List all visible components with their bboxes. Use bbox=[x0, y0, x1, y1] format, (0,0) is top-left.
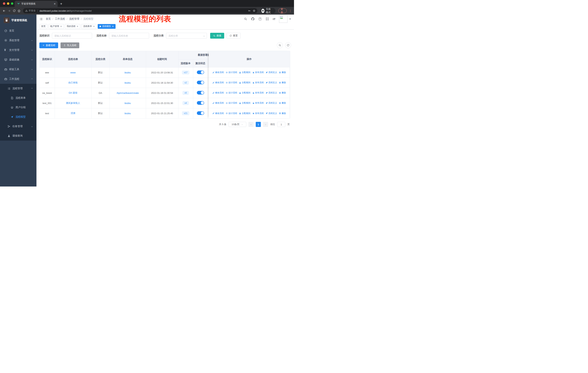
sidebar-item-task-management[interactable]: 任务管理 bbox=[0, 122, 36, 131]
modify-process-link[interactable]: 修改流程 bbox=[212, 71, 224, 74]
close-icon[interactable]: ✕ bbox=[60, 25, 62, 28]
assign-rule-link[interactable]: 分配规则 bbox=[239, 91, 251, 94]
hamburger-icon[interactable] bbox=[39, 17, 43, 21]
modify-process-link[interactable]: 修改流程 bbox=[212, 81, 224, 84]
close-icon[interactable]: ✕ bbox=[77, 25, 78, 28]
macos-window-controls[interactable] bbox=[3, 2, 13, 5]
tag-home[interactable]: 首页 bbox=[39, 24, 47, 29]
close-icon[interactable]: ✕ bbox=[112, 25, 114, 28]
browser-tab[interactable]: 芋道管理系统 ✕ bbox=[15, 1, 58, 7]
close-icon[interactable]: ✕ bbox=[93, 25, 95, 28]
process-definition-link[interactable]: 流程定义 bbox=[266, 101, 277, 105]
breadcrumb-process-management[interactable]: 流程管理 bbox=[69, 17, 79, 20]
process-name-input[interactable] bbox=[109, 33, 149, 39]
process-id-input[interactable] bbox=[52, 33, 92, 39]
publish-process-link[interactable]: 发布流程 bbox=[252, 101, 264, 105]
active-toggle[interactable] bbox=[197, 111, 204, 115]
help-icon[interactable]: ? bbox=[258, 17, 262, 20]
design-process-link[interactable]: 设计流程 bbox=[226, 112, 237, 115]
goto-page-input[interactable] bbox=[277, 122, 285, 127]
active-toggle[interactable] bbox=[197, 101, 204, 105]
publish-process-link[interactable]: 发布流程 bbox=[252, 71, 264, 74]
form-info-link[interactable]: biubiu bbox=[125, 102, 131, 105]
toggle-search-button[interactable] bbox=[277, 42, 283, 48]
sidebar-item-payment[interactable]: ¥ 支付管理 bbox=[0, 45, 36, 55]
process-definition-link[interactable]: 流程定义 bbox=[266, 71, 277, 74]
publish-process-link[interactable]: 发布流程 bbox=[252, 91, 264, 94]
version-badge[interactable]: v17 bbox=[182, 71, 189, 74]
prev-page-button[interactable]: ‹ bbox=[248, 122, 253, 127]
browser-update-button[interactable]: 更新 bbox=[278, 8, 287, 13]
new-tab-button[interactable]: + bbox=[60, 1, 62, 7]
process-definition-link[interactable]: 流程定义 bbox=[266, 112, 277, 115]
delete-link[interactable]: 删除 bbox=[279, 91, 286, 94]
modify-process-link[interactable]: 修改流程 bbox=[212, 101, 224, 105]
close-window-button[interactable] bbox=[3, 2, 5, 5]
assign-rule-link[interactable]: 分配规则 bbox=[239, 101, 251, 105]
search-button[interactable]: 搜索 bbox=[210, 33, 224, 39]
tag-my-process[interactable]: 我的流程✕ bbox=[65, 24, 80, 29]
font-size-icon[interactable]: ᴛT bbox=[273, 18, 275, 20]
publish-process-link[interactable]: 发布流程 bbox=[252, 112, 264, 115]
modify-process-link[interactable]: 修改流程 bbox=[212, 112, 224, 115]
sidebar-item-devtools[interactable]: 研发工具 bbox=[0, 64, 36, 74]
sidebar-item-system[interactable]: 系统管理 bbox=[0, 36, 36, 45]
process-definition-link[interactable]: 流程定义 bbox=[266, 91, 277, 94]
reset-button[interactable]: 重置 bbox=[227, 33, 241, 39]
process-name-link[interactable]: 自己审批 bbox=[68, 81, 78, 84]
refresh-button[interactable] bbox=[285, 42, 291, 48]
process-name-link[interactable]: 测试多审批人 bbox=[66, 102, 80, 104]
avatar-caret-icon[interactable]: ▼ bbox=[289, 18, 291, 20]
design-process-link[interactable]: 设计流程 bbox=[226, 91, 237, 94]
bookmark-star-icon[interactable] bbox=[253, 9, 256, 12]
version-badge[interactable]: v2 bbox=[183, 81, 189, 84]
design-process-link[interactable]: 设计流程 bbox=[226, 101, 237, 105]
breadcrumb-workflow[interactable]: 工作流程 bbox=[55, 17, 65, 20]
sidebar-item-process-model[interactable]: 流程模型 bbox=[0, 112, 36, 122]
assign-rule-link[interactable]: 分配规则 bbox=[239, 112, 251, 115]
tab-close-icon[interactable]: ✕ bbox=[53, 2, 56, 5]
sidebar-item-workflow[interactable]: 工作流程 bbox=[0, 74, 36, 84]
active-toggle[interactable] bbox=[197, 71, 204, 74]
delete-link[interactable]: 删除 bbox=[279, 71, 286, 74]
sidebar-logo[interactable]: 芋道管理系统 bbox=[0, 15, 36, 26]
tag-process-form[interactable]: 流程表单✕ bbox=[81, 24, 97, 29]
browser-forward-button[interactable] bbox=[7, 8, 11, 13]
browser-reload-button[interactable] bbox=[12, 8, 16, 13]
import-process-button[interactable]: 导入流程 bbox=[61, 42, 79, 48]
process-name-link[interactable]: eeee bbox=[70, 71, 76, 74]
sidebar-item-process-management[interactable]: 流程管理 bbox=[0, 84, 36, 93]
search-icon[interactable] bbox=[244, 17, 247, 21]
version-badge[interactable]: v5 bbox=[183, 91, 189, 95]
tag-tenant[interactable]: 租户管理✕ bbox=[49, 24, 64, 29]
design-process-link[interactable]: 设计流程 bbox=[226, 71, 237, 74]
process-name-link[interactable]: OA 请假 bbox=[69, 91, 77, 94]
tag-process-model[interactable]: 流程模型✕ bbox=[98, 24, 116, 29]
sidebar-item-process-form[interactable]: 流程表单 bbox=[0, 93, 36, 103]
sidebar-item-home[interactable]: 首页 bbox=[0, 26, 36, 36]
form-info-link[interactable]: biubiu bbox=[125, 81, 131, 84]
browser-home-button[interactable] bbox=[17, 8, 21, 13]
minimize-window-button[interactable] bbox=[7, 2, 9, 5]
delete-link[interactable]: 删除 bbox=[279, 81, 286, 84]
create-process-button[interactable]: 新建流程 bbox=[39, 42, 58, 48]
active-toggle[interactable] bbox=[197, 81, 204, 84]
assign-rule-link[interactable]: 分配规则 bbox=[239, 81, 251, 84]
form-info-link[interactable]: /bpm/oa/leave/create bbox=[117, 92, 139, 94]
design-process-link[interactable]: 设计流程 bbox=[226, 81, 237, 84]
security-status[interactable]: 不安全 bbox=[25, 9, 36, 12]
address-bar[interactable]: 不安全 dashboard.yudao.iocoder.cn/bpm/manag… bbox=[23, 8, 257, 13]
form-info-link[interactable]: biubiu bbox=[125, 71, 131, 74]
password-key-icon[interactable] bbox=[248, 9, 251, 12]
delete-link[interactable]: 删除 bbox=[279, 101, 286, 105]
version-badge[interactable]: v4 bbox=[183, 101, 189, 105]
current-page[interactable]: 1 bbox=[256, 122, 261, 127]
sidebar-item-infra[interactable]: 基础设施 bbox=[0, 55, 36, 64]
process-definition-link[interactable]: 流程定义 bbox=[266, 81, 277, 84]
modify-process-link[interactable]: 修改流程 bbox=[212, 91, 224, 94]
form-info-link[interactable]: biubiu bbox=[125, 112, 131, 115]
version-badge[interactable]: v21 bbox=[182, 111, 189, 115]
next-page-button[interactable]: › bbox=[263, 122, 268, 127]
assign-rule-link[interactable]: 分配规则 bbox=[239, 71, 251, 74]
delete-link[interactable]: 删除 bbox=[279, 112, 286, 115]
